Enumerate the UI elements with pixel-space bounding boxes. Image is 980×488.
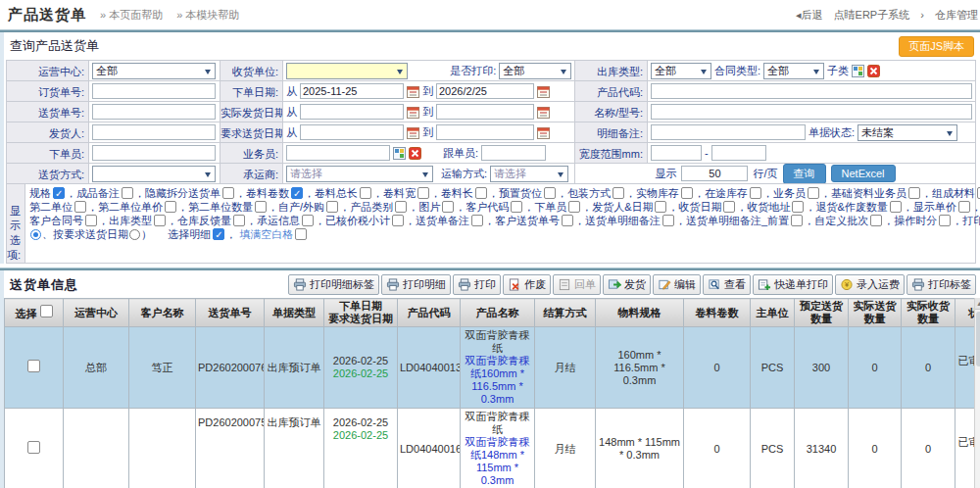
print-detail-label-button[interactable]: 打印明细标签 [288, 274, 379, 295]
module-help-link[interactable]: » 本模块帮助 [176, 8, 239, 23]
subtype-clear-icon[interactable] [867, 65, 880, 77]
salesman-picker-icon[interactable] [393, 147, 406, 160]
page-js-script-button[interactable]: 页面JS脚本 [899, 36, 974, 57]
display-option[interactable]: 卷料宽 [383, 186, 441, 200]
rows-per-page-input[interactable] [681, 166, 748, 181]
ship-button[interactable]: 发货 [603, 274, 651, 295]
width-min-input[interactable] [651, 145, 702, 161]
display-option[interactable]: 预置货位 [499, 186, 567, 200]
display-option[interactable]: 规格 [29, 186, 76, 200]
checkbox-icon[interactable] [791, 215, 803, 226]
display-option[interactable]: 业务员 [773, 186, 831, 200]
display-option[interactable]: 收货地址 [747, 200, 815, 214]
checkbox-icon[interactable] [562, 215, 573, 226]
product-code-input[interactable] [651, 83, 972, 99]
is-printed-select[interactable]: 全部 [499, 63, 571, 79]
merchandiser-input[interactable] [481, 145, 546, 161]
display-option[interactable]: 发货人&日期 [592, 200, 678, 214]
display-option[interactable]: 出库类型 [109, 214, 177, 227]
contract-type-select[interactable]: 全部 [763, 63, 824, 79]
display-option[interactable]: 在途库存 [705, 186, 773, 200]
table-scrollbar[interactable]: ▲ [974, 298, 980, 488]
checkbox-icon[interactable] [939, 215, 951, 226]
display-option[interactable]: 已核价税小计 [325, 214, 416, 227]
checkbox-icon[interactable] [655, 201, 666, 213]
table-row[interactable]: PD260200075 出库预订单 2026-02-252026-02-25 L… [5, 409, 975, 488]
select-detail-checkbox[interactable] [213, 228, 224, 240]
display-option[interactable]: 包装方式 [567, 186, 636, 200]
checkbox-icon[interactable] [475, 187, 487, 199]
checkbox-icon[interactable] [392, 215, 404, 226]
display-option[interactable]: 第二单位 [29, 200, 98, 214]
checkbox-icon[interactable] [662, 215, 674, 226]
out-type-select[interactable]: 全部 [651, 63, 711, 79]
checkbox-icon[interactable] [165, 201, 176, 213]
display-option[interactable]: 送货单备注 [416, 214, 495, 227]
checkbox-icon[interactable] [870, 215, 882, 226]
ship-date-from-input[interactable] [300, 104, 404, 120]
checkbox-icon[interactable] [908, 187, 920, 199]
checkbox-icon[interactable] [612, 187, 624, 199]
display-option[interactable]: 图片 [418, 200, 466, 214]
display-option[interactable]: 自定义批次 [814, 214, 894, 227]
name-model-input[interactable] [651, 104, 972, 120]
checkbox-icon[interactable] [233, 215, 245, 226]
checkbox-icon[interactable] [85, 215, 97, 226]
calendar-icon[interactable] [537, 106, 550, 119]
select-all-checkbox[interactable] [40, 305, 53, 317]
checkbox-icon[interactable] [808, 187, 819, 199]
display-option[interactable]: 产品类别 [350, 200, 418, 214]
breadcrumb-module[interactable]: 仓库管理 [935, 9, 978, 21]
display-option[interactable]: 第二单位数量 [188, 200, 278, 214]
checkbox-icon[interactable] [360, 187, 371, 199]
delivery-no-input[interactable] [92, 104, 216, 120]
carrier-select[interactable]: 请选择 [286, 166, 433, 182]
display-option[interactable]: 自产/外购 [278, 200, 350, 214]
detail-remark-input[interactable] [651, 124, 806, 140]
fill-blank-checkbox[interactable] [295, 228, 307, 240]
checkbox-icon[interactable] [723, 201, 735, 213]
display-option[interactable]: 卷料长 [441, 186, 499, 200]
checkbox-icon[interactable] [568, 201, 580, 213]
search-button[interactable]: 查询 [783, 164, 826, 183]
order-no-input[interactable] [92, 83, 216, 99]
order-date-from-input[interactable] [300, 83, 404, 99]
receiver-unit-select[interactable] [286, 63, 408, 79]
display-option[interactable]: 组成材料 [932, 186, 980, 200]
page-help-link[interactable]: » 本页面帮助 [100, 8, 163, 23]
checkbox-icon[interactable] [544, 187, 556, 199]
calendar-icon[interactable] [407, 85, 419, 98]
display-option[interactable]: 送货单明细备注 [585, 214, 686, 227]
display-option[interactable]: 收货日期 [678, 200, 747, 214]
display-option[interactable]: 客户合同号 [29, 214, 109, 227]
display-option[interactable]: 第二单位单价 [98, 200, 188, 214]
display-option[interactable]: 隐藏拆分送货单 [145, 186, 246, 200]
display-option[interactable]: 显示单价 [913, 200, 980, 214]
checkbox-icon[interactable] [326, 201, 338, 213]
table-row[interactable]: 总部 笃正 PD260200076 出库预订单 2026-02-252026-0… [5, 327, 975, 409]
view-button[interactable]: 查看 [703, 274, 751, 295]
display-option[interactable]: 卷料卷数 [246, 186, 315, 200]
row-checkbox[interactable] [27, 441, 40, 454]
checkbox-icon[interactable] [122, 187, 133, 199]
print-label-button[interactable]: 打印标签 [906, 274, 976, 295]
display-option[interactable]: 客户代码 [466, 200, 534, 214]
width-max-input[interactable] [711, 145, 766, 161]
display-option[interactable]: 客户送货单号 [495, 214, 585, 227]
checkbox-icon[interactable] [792, 201, 804, 213]
checkbox-icon[interactable] [154, 215, 166, 226]
checkbox-icon[interactable] [511, 201, 522, 213]
display-option[interactable]: 退货&作废数量 [815, 200, 912, 214]
display-option[interactable]: 下单员 [534, 200, 592, 214]
enter-freight-button[interactable]: 录入运费 [835, 274, 905, 295]
order-clerk-input[interactable] [92, 145, 216, 161]
salesman-input[interactable] [286, 145, 390, 161]
order-date-to-input[interactable] [436, 83, 534, 99]
print-detail-button[interactable]: 打印明细 [381, 274, 451, 295]
display-option[interactable]: 卷料总长 [315, 186, 383, 200]
display-option[interactable]: 承运信息 [257, 214, 325, 227]
operation-center-select[interactable]: 全部 [92, 63, 216, 79]
checkbox-icon[interactable] [417, 187, 429, 199]
checkbox-icon[interactable] [53, 187, 65, 199]
doc-status-select[interactable]: 未结案 [858, 124, 957, 141]
